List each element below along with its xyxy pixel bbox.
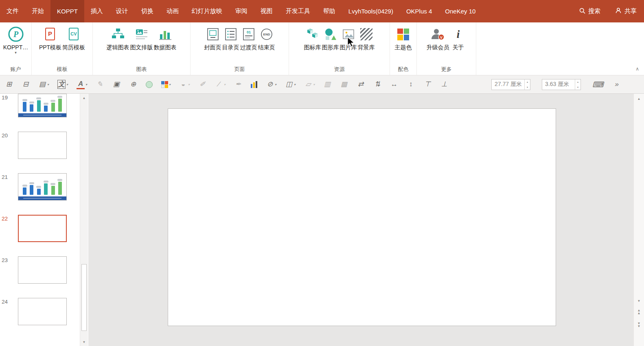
- eyedropper-button[interactable]: ✐: [198, 80, 206, 88]
- tab-slideshow[interactable]: 幻灯片放映: [185, 0, 229, 22]
- send-backward-button[interactable]: ▩: [340, 80, 348, 88]
- ppt-template-button[interactable]: P PPT模板: [39, 25, 62, 52]
- pin-button[interactable]: ⊕: [129, 80, 137, 88]
- height-spinner[interactable]: ▴▾: [575, 79, 580, 90]
- font-color-button[interactable]: A▾: [77, 80, 87, 89]
- button-label: 数据图表: [154, 44, 177, 51]
- width-spinner[interactable]: ▴▾: [524, 79, 530, 90]
- chart-thumbnail-preview: [18, 174, 66, 200]
- background-library-button[interactable]: 背景库: [357, 25, 375, 52]
- line-color-button[interactable]: ∕▾: [215, 80, 226, 88]
- canvas-scrollbar[interactable]: ▲ ▼ ▲ ▲ ▼ ▼: [633, 94, 644, 346]
- layout-chart-button[interactable]: 图文排版: [130, 25, 153, 52]
- tab-insert[interactable]: 插入: [84, 0, 110, 22]
- swap-position-button[interactable]: ⇄: [357, 80, 365, 88]
- icon-library-button[interactable]: 图标库: [304, 25, 322, 52]
- thumbnail-panel-scrollbar[interactable]: ▲ ▼: [80, 94, 88, 346]
- fill-color-button[interactable]: ◒▾: [179, 80, 190, 88]
- shape-height-field: ▴▾: [542, 79, 581, 90]
- cubes-icon: [304, 26, 321, 43]
- slide-thumbnail-20[interactable]: [18, 132, 67, 159]
- tab-home[interactable]: 开始: [25, 0, 50, 22]
- slide-thumbnail-24[interactable]: [18, 298, 67, 325]
- text-format-button[interactable]: 文▾: [57, 80, 68, 89]
- slide-thumbnail-19[interactable]: [18, 94, 67, 117]
- tab-transitions[interactable]: 切换: [135, 0, 160, 22]
- chart-colors-button[interactable]: [251, 81, 257, 88]
- align-bottom-icon: ⊥: [440, 80, 448, 88]
- tab-animations[interactable]: 动画: [160, 0, 185, 22]
- double-chevron-down-icon: ▼: [637, 325, 641, 328]
- ink-eyedropper-icon: ✒: [234, 80, 242, 88]
- distribute-objects-button[interactable]: ⊟: [22, 80, 30, 88]
- data-chart-button[interactable]: 数据图表: [153, 25, 177, 52]
- tab-okplus[interactable]: OKPlus 4: [400, 0, 438, 22]
- same-height-button[interactable]: ↕: [407, 80, 415, 88]
- scroll-down-arrow[interactable]: ▼: [80, 339, 88, 345]
- koppt-account-button[interactable]: P KOPPT… ▾: [3, 25, 28, 55]
- tab-file[interactable]: 文件: [0, 0, 25, 22]
- tab-lvyhtools[interactable]: LvyhTools(0429): [342, 0, 400, 22]
- theme-color-button[interactable]: 主题色: [394, 25, 412, 52]
- image-library-button[interactable]: 图片库: [340, 25, 357, 52]
- toolbar-overflow-button[interactable]: »: [615, 80, 619, 88]
- tab-developer[interactable]: 开发工具: [279, 0, 317, 22]
- no-fill-button[interactable]: ⊘▾: [266, 80, 276, 88]
- slide-thumbnail-22[interactable]: [18, 215, 67, 242]
- skew-shape-button[interactable]: ▱▾: [304, 80, 315, 88]
- align-top-button[interactable]: ⊤: [423, 80, 432, 88]
- logic-chart-button[interactable]: 逻辑图表: [106, 25, 130, 52]
- chevron-down-icon: ▾: [47, 83, 49, 86]
- collapse-ribbon-icon[interactable]: ∧: [635, 66, 639, 72]
- chevron-down-icon: ▾: [275, 83, 276, 86]
- next-slide-button[interactable]: ▼ ▼: [634, 322, 644, 328]
- upgrade-member-button[interactable]: V 升级会员: [426, 25, 450, 52]
- keyboard-icon: ⌨: [592, 80, 603, 89]
- slide-thumbnail-21[interactable]: [18, 173, 67, 201]
- tab-help[interactable]: 帮助: [317, 0, 342, 22]
- about-button[interactable]: i 关于: [450, 25, 467, 52]
- slide-thumbnail-23[interactable]: [18, 256, 67, 284]
- search-button[interactable]: 搜索: [572, 0, 608, 22]
- align-bottom-button[interactable]: ⊥: [440, 80, 448, 88]
- scroll-up-arrow[interactable]: ▲: [80, 95, 88, 101]
- group-label-colors: 配色: [390, 64, 416, 75]
- tab-review[interactable]: 审阅: [229, 0, 254, 22]
- bring-forward-button[interactable]: ▥: [323, 80, 331, 88]
- current-slide-blank[interactable]: [168, 108, 556, 326]
- search-label: 搜索: [588, 7, 600, 15]
- tab-koppt[interactable]: KOPPT: [50, 0, 84, 22]
- ribbon-group-account: P KOPPT… ▾ 账户: [0, 22, 32, 75]
- color-palette-button[interactable]: ▾: [161, 81, 171, 88]
- align-objects-button[interactable]: ⊞: [5, 80, 13, 88]
- ribbon-group-resources: 图标库 图形库 图片库 背景库: [289, 22, 390, 75]
- previous-slide-button[interactable]: ▲ ▲: [634, 309, 644, 315]
- scroll-down-arrow[interactable]: ▼: [634, 298, 644, 304]
- tab-onekey[interactable]: OneKey 10: [438, 0, 482, 22]
- slide-number: 20: [0, 132, 18, 139]
- scrollbar-thumb[interactable]: [81, 264, 87, 331]
- format-painter-button[interactable]: ✎: [96, 80, 104, 88]
- cv-template-button[interactable]: CV 简历模板: [62, 25, 85, 52]
- group-label-template: 模板: [32, 64, 92, 75]
- keyboard-button[interactable]: ⌨: [592, 80, 603, 89]
- merge-shapes-button[interactable]: ◫▾: [285, 80, 296, 88]
- scroll-up-arrow[interactable]: ▲: [634, 95, 644, 102]
- slide-number: 22: [0, 215, 18, 222]
- svg-text:CV: CV: [70, 31, 77, 36]
- cover-page-button[interactable]: 封面页: [204, 25, 222, 52]
- transition-page-button[interactable]: 01 过渡页: [240, 25, 258, 52]
- shape-fill-swatch-button[interactable]: [146, 81, 153, 88]
- text-box-button[interactable]: ▤▾: [38, 80, 49, 88]
- ink-eyedropper-button[interactable]: ✒: [234, 80, 242, 88]
- shape-library-button[interactable]: 图形库: [322, 25, 340, 52]
- same-width-button[interactable]: ↔: [390, 80, 398, 88]
- tab-view[interactable]: 视图: [254, 0, 279, 22]
- end-page-button[interactable]: END 结束页: [258, 25, 276, 52]
- toc-page-button[interactable]: 目录页: [222, 25, 240, 52]
- line-color-icon: ∕: [215, 80, 223, 88]
- tab-design[interactable]: 设计: [110, 0, 135, 22]
- picture-paste-button[interactable]: ▣: [112, 80, 120, 88]
- share-button[interactable]: 共享: [608, 0, 644, 22]
- swap-size-button[interactable]: ⇅: [373, 80, 381, 88]
